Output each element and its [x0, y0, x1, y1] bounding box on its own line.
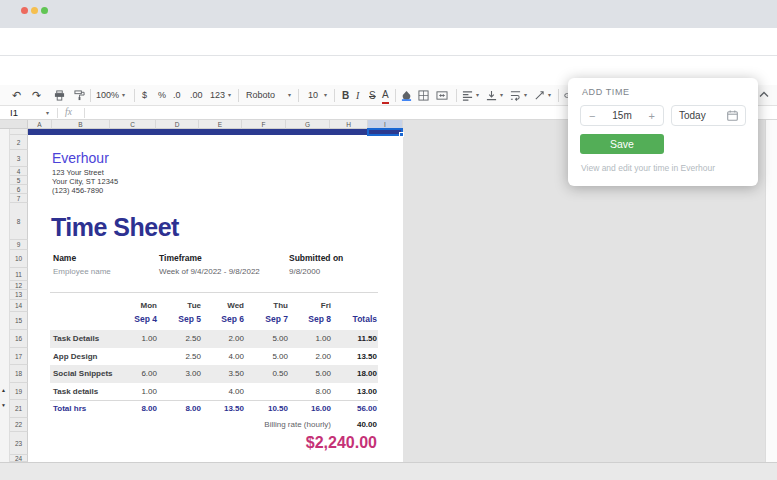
total-hrs-value[interactable]: 8.00	[113, 404, 157, 413]
row-header-6[interactable]: 6	[10, 185, 28, 194]
row-header-11[interactable]: 11	[10, 268, 28, 281]
column-header-c[interactable]: C	[110, 120, 156, 129]
save-button[interactable]: Save	[580, 134, 664, 154]
row-header-2[interactable]: 2	[10, 135, 28, 150]
day-header-dow[interactable]: Mon	[111, 301, 157, 310]
day-header-date[interactable]: Sep 7	[242, 314, 288, 324]
column-header-d[interactable]: D	[156, 120, 199, 129]
italic-button[interactable]: I	[356, 85, 359, 106]
vertical-align-caret-icon[interactable]: ▾	[500, 85, 503, 106]
task-value[interactable]: 8.00	[287, 387, 331, 396]
day-header-dow[interactable]: Wed	[198, 301, 244, 310]
info-submitted-label[interactable]: Submitted on	[289, 253, 343, 263]
row-header-3[interactable]: 3	[10, 150, 28, 167]
day-header-dow[interactable]: Tue	[155, 301, 201, 310]
name-box-caret-icon[interactable]: ▾	[46, 109, 49, 116]
info-timeframe-label[interactable]: Timeframe	[159, 253, 202, 263]
column-header-a[interactable]: A	[28, 120, 52, 129]
calendar-icon[interactable]	[727, 110, 738, 121]
task-total[interactable]: 13.50	[327, 352, 377, 361]
task-value[interactable]: 4.00	[200, 352, 244, 361]
row-header-7[interactable]: 7	[10, 194, 28, 203]
info-timeframe-value[interactable]: Week of 9/4/2022 - 9/8/2022	[159, 267, 260, 276]
grand-total[interactable]: $2,240.00	[257, 434, 377, 452]
row1-filled-band[interactable]	[28, 129, 403, 135]
format-more-formats[interactable]: 123	[210, 85, 225, 106]
task-value[interactable]: 1.00	[287, 334, 331, 343]
vertical-align-icon[interactable]	[486, 90, 497, 101]
task-value[interactable]: 5.00	[244, 352, 288, 361]
task-value[interactable]: 5.00	[287, 369, 331, 378]
print-icon[interactable]	[54, 90, 65, 101]
strikethrough-button[interactable]: S	[369, 85, 376, 106]
hidden-row-down-icon[interactable]: ▼	[1, 403, 6, 408]
fill-handle[interactable]	[399, 132, 404, 137]
day-header-date[interactable]: Sep 4	[111, 314, 157, 324]
task-value[interactable]: 0.50	[244, 369, 288, 378]
day-header-date[interactable]: Sep 6	[198, 314, 244, 324]
more-formats-caret-icon[interactable]: ▾	[228, 85, 231, 106]
total-hrs-total[interactable]: 56.00	[327, 404, 377, 413]
duration-stepper[interactable]: − 15m +	[580, 105, 664, 126]
format-percent[interactable]: %	[158, 85, 166, 106]
horizontal-align-icon[interactable]	[462, 90, 473, 101]
zoom-window-button[interactable]	[41, 7, 48, 14]
day-header-dow[interactable]: Fri	[285, 301, 331, 310]
company-name[interactable]: Everhour	[52, 150, 109, 166]
task-value[interactable]: 3.00	[157, 369, 201, 378]
text-wrap-icon[interactable]	[510, 90, 521, 101]
task-value[interactable]: 1.00	[113, 334, 157, 343]
total-hrs-value[interactable]: 10.50	[244, 404, 288, 413]
text-wrap-caret-icon[interactable]: ▾	[524, 85, 527, 106]
row-header-12[interactable]: 12	[10, 281, 28, 290]
row-header-4[interactable]: 4	[10, 167, 28, 176]
task-total[interactable]: 18.00	[327, 369, 377, 378]
task-name[interactable]: Task Details	[53, 334, 99, 343]
billing-rate-value[interactable]: 40.00	[327, 420, 377, 429]
company-phone[interactable]: (123) 456-7890	[52, 186, 103, 195]
task-name[interactable]: Task details	[53, 387, 98, 396]
company-address-line1[interactable]: 123 Your Street	[52, 168, 104, 177]
task-total[interactable]: 13.00	[327, 387, 377, 396]
everhour-link[interactable]: View and edit your time in Everhour	[581, 163, 715, 173]
day-header-date[interactable]: Sep 5	[155, 314, 201, 324]
row-header-13[interactable]: 13	[10, 290, 28, 300]
task-value[interactable]: 2.50	[157, 334, 201, 343]
minimize-window-button[interactable]	[31, 7, 38, 14]
task-value[interactable]: 3.50	[200, 369, 244, 378]
task-name[interactable]: Social Snippets	[53, 369, 113, 378]
duration-value[interactable]: 15m	[612, 110, 631, 121]
row-header-15[interactable]: 15	[10, 312, 28, 330]
select-all-corner[interactable]	[0, 120, 28, 129]
font-size-select[interactable]: 10	[308, 85, 318, 106]
increase-duration-button[interactable]: +	[649, 110, 655, 122]
row-header-22[interactable]: 22	[10, 418, 28, 432]
task-value[interactable]: 5.00	[244, 334, 288, 343]
merge-cells-icon[interactable]	[436, 90, 448, 101]
name-box[interactable]: I1	[10, 107, 18, 118]
row-header-9[interactable]: 9	[10, 240, 28, 250]
row-header-17[interactable]: 17	[10, 348, 28, 365]
row-header-16[interactable]: 16	[10, 330, 28, 348]
format-decrease-decimal[interactable]: .0	[173, 85, 181, 106]
task-name[interactable]: App Design	[53, 352, 97, 361]
column-header-h[interactable]: H	[330, 120, 368, 129]
font-select[interactable]: Roboto	[246, 85, 275, 106]
collapse-toolbar-icon[interactable]	[759, 91, 769, 98]
row-header-10[interactable]: 10	[10, 250, 28, 268]
task-value[interactable]: 2.50	[157, 352, 201, 361]
task-value[interactable]: 1.00	[113, 387, 157, 396]
total-hrs-value[interactable]: 16.00	[287, 404, 331, 413]
borders-icon[interactable]	[418, 90, 429, 101]
task-total[interactable]: 11.50	[327, 334, 377, 343]
info-submitted-value[interactable]: 9/8/2000	[289, 267, 320, 276]
font-size-caret-icon[interactable]: ▾	[324, 85, 327, 106]
horizontal-align-caret-icon[interactable]: ▾	[476, 85, 479, 106]
font-caret-icon[interactable]: ▾	[288, 85, 291, 106]
row-header-5[interactable]: 5	[10, 176, 28, 185]
total-hrs-label[interactable]: Total hrs	[53, 404, 86, 413]
decrease-duration-button[interactable]: −	[589, 110, 595, 122]
row-header-23[interactable]: 23	[10, 432, 28, 455]
sheet-title[interactable]: Time Sheet	[51, 213, 179, 242]
paint-format-icon[interactable]	[74, 90, 85, 101]
